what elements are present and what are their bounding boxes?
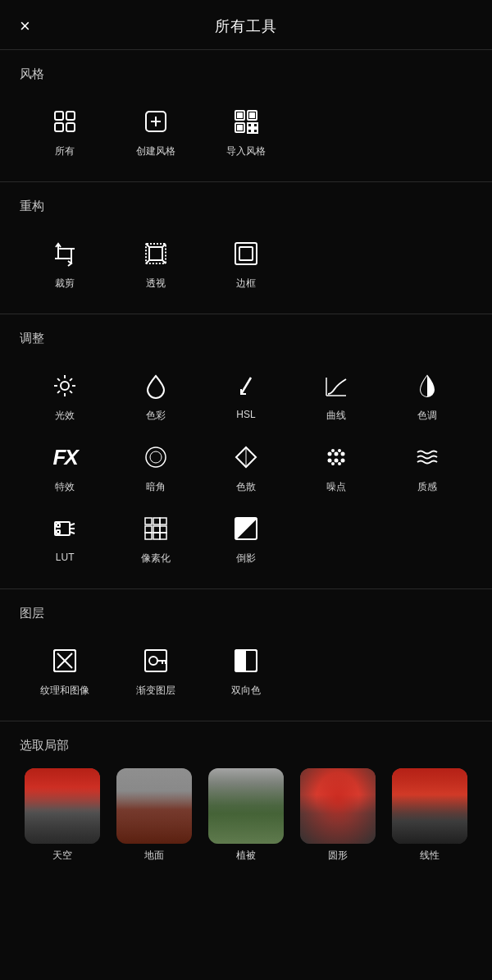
svg-rect-14 (253, 123, 257, 127)
svg-rect-70 (160, 533, 166, 539)
tool-color[interactable]: 色彩 (110, 361, 200, 433)
svg-rect-8 (237, 112, 243, 118)
svg-rect-16 (253, 129, 257, 133)
tool-invert[interactable]: 倒影 (201, 504, 291, 575)
tool-fx-label: 特效 (55, 480, 75, 494)
tool-lut[interactable]: LUT (20, 504, 110, 575)
fx-icon: FX (47, 439, 83, 475)
tool-texture-label: 质感 (417, 480, 437, 494)
tool-lut-label: LUT (56, 552, 75, 563)
svg-point-42 (146, 447, 166, 467)
tool-frame[interactable]: 边框 (201, 229, 291, 300)
close-button[interactable]: × (20, 17, 30, 35)
preset-plant-label: 植被 (236, 849, 256, 863)
svg-line-37 (70, 378, 72, 381)
svg-point-43 (150, 451, 162, 463)
header: × 所有工具 (0, 0, 492, 49)
style-tools-grid: 所有 创建风格 (20, 97, 472, 168)
preset-thumb-linear (392, 768, 467, 844)
preset-thumb-sky (25, 768, 100, 844)
preset-thumb-ground (116, 768, 192, 844)
section-style: 风格 所有 创建风格 (0, 50, 492, 181)
preset-thumb-plant (208, 768, 284, 844)
vignette-icon (138, 439, 174, 475)
svg-rect-12 (237, 125, 243, 131)
svg-rect-65 (145, 526, 152, 533)
section-title-style: 风格 (20, 66, 472, 82)
reshape-tools-grid: 裁剪 透视 (20, 229, 472, 300)
tool-perspective-label: 透视 (146, 277, 166, 291)
svg-rect-23 (149, 247, 162, 260)
tool-dual-tone-label: 双向色 (231, 684, 261, 698)
svg-point-79 (149, 657, 157, 665)
crop-icon (47, 236, 83, 272)
tool-import-style[interactable]: 导入风格 (201, 97, 291, 168)
frame-icon (228, 236, 264, 272)
tool-pixelate-label: 像素化 (141, 552, 171, 566)
svg-point-47 (335, 452, 339, 456)
tool-invert-label: 倒影 (236, 552, 256, 566)
section-select-local: 选取局部 天空 地面 植被 圆形 (0, 721, 492, 876)
tool-create-style[interactable]: 创建风格 (110, 97, 200, 168)
pixelate-icon (138, 511, 174, 547)
svg-rect-64 (160, 518, 166, 524)
tool-light-label: 光效 (55, 409, 75, 423)
preset-linear[interactable]: 线性 (387, 768, 472, 863)
tool-grain-label: 噪点 (326, 480, 346, 494)
tool-crop[interactable]: 裁剪 (20, 229, 110, 300)
page-title: 所有工具 (215, 16, 277, 36)
section-adjust: 调整 光效 (0, 314, 492, 588)
preset-plant[interactable]: 植被 (203, 768, 289, 863)
tool-import-style-label: 导入风格 (226, 144, 266, 158)
svg-rect-66 (153, 526, 160, 533)
tool-create-style-label: 创建风格 (136, 144, 175, 158)
tool-light[interactable]: 光效 (20, 361, 110, 433)
texture-icon (409, 439, 445, 475)
tool-all[interactable]: 所有 (20, 97, 110, 168)
adjust-tools-grid: 光效 色彩 HSL (20, 361, 472, 575)
tool-grain[interactable]: 噪点 (291, 433, 381, 504)
tool-perspective[interactable]: 透视 (110, 229, 200, 300)
dual-tone-icon (228, 643, 264, 679)
tool-fx[interactable]: FX 特效 (20, 433, 110, 504)
hsl-icon (228, 368, 264, 404)
svg-rect-13 (248, 123, 252, 127)
tool-dispersion[interactable]: 色散 (201, 433, 291, 504)
layer-tools-grid: 纹理和图像 渐变图层 (20, 636, 472, 708)
svg-point-52 (331, 449, 335, 452)
tool-hsl[interactable]: HSL (201, 361, 291, 433)
svg-rect-29 (239, 247, 253, 260)
tool-color-label: 色彩 (146, 409, 166, 423)
tool-curve[interactable]: 曲线 (291, 361, 381, 433)
svg-rect-84 (235, 650, 246, 671)
tool-tone[interactable]: 色调 (382, 361, 472, 433)
tool-texture[interactable]: 质感 (382, 433, 472, 504)
tool-dispersion-label: 色散 (236, 480, 256, 494)
tool-gradient-layer-label: 渐变图层 (136, 684, 175, 698)
svg-point-49 (328, 459, 332, 463)
preset-ground[interactable]: 地面 (112, 768, 197, 863)
svg-rect-2 (55, 123, 63, 131)
tone-icon (409, 368, 445, 404)
section-title-layer: 图层 (20, 606, 472, 621)
preset-circle-label: 圆形 (328, 849, 348, 863)
drop-icon (138, 368, 174, 404)
tool-frame-label: 边框 (236, 277, 256, 291)
create-icon (138, 103, 174, 140)
svg-point-54 (331, 462, 335, 465)
tool-gradient-layer[interactable]: 渐变图层 (110, 636, 200, 708)
svg-rect-15 (248, 129, 252, 133)
sun-icon (47, 368, 83, 404)
lut-icon (47, 511, 83, 547)
tool-vignette[interactable]: 暗角 (110, 433, 200, 504)
gradient-layer-icon (138, 643, 174, 679)
invert-icon (228, 511, 264, 547)
tool-dual-tone[interactable]: 双向色 (201, 636, 291, 708)
tool-all-label: 所有 (55, 144, 75, 158)
svg-point-48 (341, 452, 345, 456)
preset-sky[interactable]: 天空 (20, 768, 105, 863)
preset-circle[interactable]: 圆形 (295, 768, 380, 863)
tool-texture-image[interactable]: 纹理和图像 (20, 636, 110, 708)
tool-pixelate[interactable]: 像素化 (110, 504, 200, 575)
preset-thumb-circle (300, 768, 376, 844)
